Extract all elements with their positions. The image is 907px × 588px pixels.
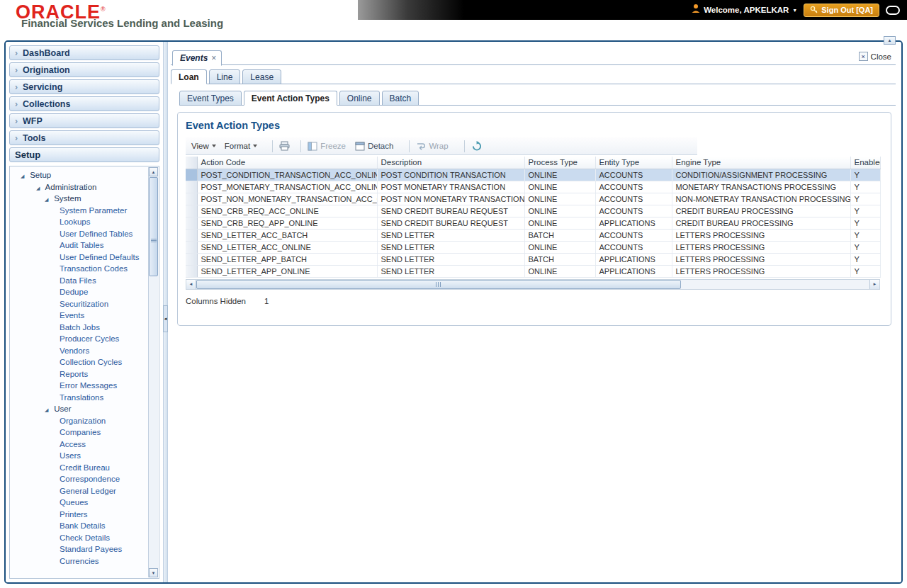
twisty-icon[interactable]: ◢ bbox=[45, 194, 52, 205]
tree-node-label[interactable]: Setup bbox=[30, 171, 51, 179]
tree-leaf-item[interactable]: Error Messages bbox=[10, 380, 147, 392]
tree-leaf-item[interactable]: Standard Payees bbox=[10, 543, 147, 555]
tree-leaf-label[interactable]: User Defined Defaults bbox=[60, 253, 140, 261]
tree-leaf-label[interactable]: Currencies bbox=[60, 557, 99, 565]
user-menu[interactable]: Welcome, APKELKAR ▼ bbox=[692, 4, 797, 16]
tree-leaf-item[interactable]: Audit Tables bbox=[10, 239, 147, 251]
page-scroll-up-button[interactable]: ▲ bbox=[884, 36, 896, 45]
scrollbar-track[interactable] bbox=[196, 280, 869, 289]
tree-leaf-item[interactable]: Queues bbox=[10, 497, 147, 509]
row-selector[interactable] bbox=[186, 241, 197, 253]
detach-button[interactable]: Detach bbox=[355, 142, 393, 151]
tree-leaf-label[interactable]: Audit Tables bbox=[60, 241, 103, 249]
tree-leaf-label[interactable]: Data Files bbox=[60, 276, 96, 285]
event-subtab[interactable]: Event Types bbox=[179, 91, 242, 106]
tree-leaf-label[interactable]: Companies bbox=[60, 428, 101, 436]
sidebar-splitter[interactable]: ◄ bbox=[163, 42, 168, 582]
tree-leaf-label[interactable]: General Ledger bbox=[60, 487, 116, 495]
tree-leaf-label[interactable]: Standard Payees bbox=[60, 545, 122, 553]
tree-leaf-item[interactable]: General Ledger bbox=[10, 485, 147, 497]
scroll-up-arrow-icon[interactable]: ▲ bbox=[149, 167, 158, 176]
tree-leaf-item[interactable]: Lookups bbox=[10, 216, 147, 228]
tree-leaf-label[interactable]: Bank Details bbox=[60, 521, 106, 530]
accordion-item[interactable]: › DashBoard bbox=[9, 45, 159, 60]
view-menu-button[interactable]: View bbox=[191, 142, 216, 150]
scroll-right-arrow-icon[interactable]: ► bbox=[869, 280, 879, 289]
tree-leaf-item[interactable]: Vendors bbox=[10, 345, 147, 357]
tree-leaf-item[interactable]: Users bbox=[10, 450, 147, 462]
tree-leaf-label[interactable]: Correspondence bbox=[60, 475, 120, 483]
tree-leaf-item[interactable]: Data Files bbox=[10, 275, 147, 287]
tree-node-label[interactable]: System bbox=[54, 194, 81, 203]
twisty-icon[interactable]: ◢ bbox=[36, 183, 43, 193]
tree-node-label[interactable]: Administration bbox=[45, 183, 97, 191]
scroll-down-arrow-icon[interactable]: ▼ bbox=[149, 568, 158, 577]
tree-node-setup[interactable]: ◢ Setup bbox=[10, 169, 147, 181]
close-button[interactable]: × Close bbox=[859, 52, 891, 61]
accordion-item[interactable]: › Tools bbox=[9, 130, 159, 145]
tree-leaf-label[interactable]: Reports bbox=[60, 370, 88, 378]
sign-out-button[interactable]: Sign Out [QA] bbox=[804, 4, 879, 17]
tree-node-administration[interactable]: ◢ Administration bbox=[10, 181, 147, 193]
table-row[interactable]: SEND_CRB_REQ_ACC_ONLINE SEND CREDIT BURE… bbox=[186, 205, 880, 217]
tree-leaf-label[interactable]: Producer Cycles bbox=[60, 334, 119, 343]
column-header-engine-type[interactable]: Engine Type bbox=[672, 157, 850, 169]
tree-leaf-item[interactable]: User Defined Defaults bbox=[10, 251, 147, 264]
row-selector[interactable] bbox=[186, 205, 197, 217]
scrollbar-thumb[interactable] bbox=[196, 280, 681, 289]
table-row[interactable]: POST_CONDITION_TRANSACTION_ACC_ONLINE PO… bbox=[186, 169, 880, 181]
column-header-enabled[interactable]: Enabled bbox=[850, 157, 880, 169]
tree-leaf-label[interactable]: Securitization bbox=[60, 300, 108, 308]
tree-node-system[interactable]: ◢ System bbox=[10, 193, 147, 205]
table-row[interactable]: SEND_CRB_REQ_APP_ONLINE SEND CREDIT BURE… bbox=[186, 217, 880, 229]
product-tab[interactable]: Lease bbox=[242, 69, 281, 84]
tree-leaf-item[interactable]: Organization bbox=[10, 415, 147, 427]
tree-leaf-label[interactable]: Organization bbox=[60, 417, 106, 425]
tree-leaf-item[interactable]: User Defined Tables bbox=[10, 228, 147, 240]
tree-leaf-item[interactable]: Printers bbox=[10, 509, 147, 521]
format-menu-button[interactable]: Format bbox=[225, 142, 257, 150]
print-button[interactable] bbox=[279, 141, 290, 151]
scrollbar-thumb[interactable] bbox=[149, 177, 158, 276]
tree-leaf-label[interactable]: Batch Jobs bbox=[60, 323, 100, 332]
tree-leaf-item[interactable]: Transaction Codes bbox=[10, 263, 147, 275]
tab-close-icon[interactable]: × bbox=[211, 53, 216, 63]
tree-leaf-item[interactable]: Collection Cycles bbox=[10, 356, 147, 368]
tree-leaf-label[interactable]: Dedupe bbox=[60, 288, 88, 296]
document-tab-events[interactable]: Events × bbox=[172, 50, 222, 66]
accordion-item[interactable]: › Servicing bbox=[9, 79, 159, 94]
table-row[interactable]: SEND_LETTER_APP_ONLINE SEND LETTER ONLIN… bbox=[186, 265, 880, 277]
tree-leaf-label[interactable]: Translations bbox=[60, 393, 103, 402]
table-row[interactable]: SEND_LETTER_ACC_ONLINE SEND LETTER ONLIN… bbox=[186, 241, 880, 253]
column-header-process-type[interactable]: Process Type bbox=[524, 157, 595, 169]
collapse-sidebar-button[interactable]: ◄ bbox=[163, 305, 168, 332]
tree-leaf-item[interactable]: Securitization bbox=[10, 298, 147, 310]
tree-vertical-scrollbar[interactable]: ▲ ▼ bbox=[148, 167, 158, 577]
table-row[interactable]: POST_MONETARY_TRANSACTION_ACC_ONLINE POS… bbox=[186, 181, 880, 193]
event-subtab[interactable]: Online bbox=[339, 91, 380, 106]
product-tab[interactable]: Loan bbox=[171, 69, 207, 84]
tree-leaf-item[interactable]: Producer Cycles bbox=[10, 333, 147, 345]
tree-leaf-label[interactable]: Users bbox=[60, 451, 81, 460]
twisty-icon[interactable]: ◢ bbox=[21, 171, 28, 181]
tree-leaf-item[interactable]: Credit Bureau bbox=[10, 462, 147, 474]
column-header-action-code[interactable]: Action Code bbox=[197, 157, 377, 169]
accordion-item[interactable]: › Origination bbox=[9, 62, 159, 77]
row-selector[interactable] bbox=[186, 229, 197, 241]
tree-leaf-item[interactable]: Translations bbox=[10, 392, 147, 404]
freeze-button[interactable]: Freeze bbox=[308, 142, 346, 151]
tree-leaf-item[interactable]: Dedupe bbox=[10, 286, 147, 298]
tree-leaf-label[interactable]: User Defined Tables bbox=[60, 230, 133, 238]
twisty-icon[interactable]: ◢ bbox=[45, 405, 52, 415]
row-selector[interactable] bbox=[186, 181, 197, 193]
tree-leaf-label[interactable]: Check Details bbox=[60, 533, 110, 542]
tree-leaf-label[interactable]: Credit Bureau bbox=[60, 463, 110, 472]
tree-node-label[interactable]: User bbox=[54, 405, 71, 413]
tree-leaf-label[interactable]: Events bbox=[60, 311, 84, 320]
row-selector[interactable] bbox=[186, 253, 197, 265]
table-row[interactable]: SEND_LETTER_APP_BATCH SEND LETTER BATCH … bbox=[186, 253, 880, 265]
wrap-button[interactable]: Wrap bbox=[416, 142, 448, 150]
tree-leaf-label[interactable]: System Parameter bbox=[60, 206, 127, 215]
tree-leaf-label[interactable]: Transaction Codes bbox=[60, 264, 128, 273]
column-header-entity-type[interactable]: Entity Type bbox=[595, 157, 672, 169]
